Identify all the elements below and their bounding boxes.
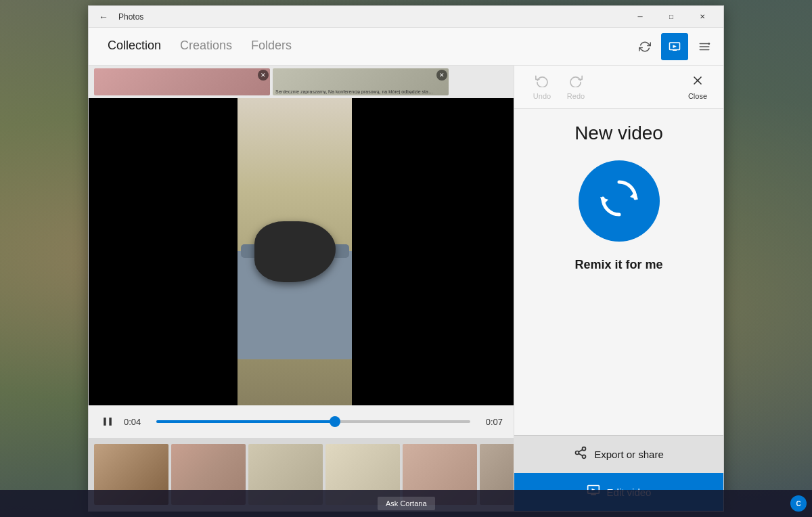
progress-bar[interactable] (156, 420, 470, 423)
remix-label: Remix it for me (574, 258, 662, 272)
title-bar-left: ← Photos (94, 7, 625, 26)
top-thumb-2[interactable]: ✕ Serdecznie zapraszamy, Na konferencję … (273, 68, 449, 95)
nav-tabs: Collection Creations Folders (99, 28, 631, 65)
svg-line-16 (579, 453, 583, 455)
cortana-label: Ask Cortana (386, 499, 427, 508)
cortana-icon[interactable]: C (790, 495, 807, 512)
video-black-right (352, 98, 514, 405)
export-icon (574, 446, 587, 463)
right-toolbar: Undo Redo (514, 66, 723, 109)
video-player[interactable] (89, 98, 514, 405)
taskbar: Ask Cortana C (0, 490, 812, 517)
app-window: ← Photos ─ □ ✕ Collection Creations Fold… (88, 5, 724, 512)
nav-icons (631, 33, 718, 60)
top-thumb-1[interactable]: ✕ (94, 68, 270, 95)
progress-fill (156, 420, 335, 423)
export-share-button[interactable]: Export or share (514, 435, 723, 473)
title-bar-controls: ─ □ ✕ (625, 6, 718, 28)
progress-thumb[interactable] (330, 416, 340, 427)
ask-cortana-button[interactable]: Ask Cortana (378, 497, 435, 510)
nav-bar: Collection Creations Folders (89, 28, 723, 66)
remix-button[interactable] (579, 160, 660, 242)
tab-collection[interactable]: Collection (99, 28, 169, 65)
main-content: ✕ ✕ Serdecznie zapraszamy, Na konferencj… (89, 66, 723, 511)
new-video-title: New video (574, 122, 663, 144)
svg-rect-8 (109, 418, 112, 426)
svg-marker-1 (673, 45, 677, 47)
thumb-close-1[interactable]: ✕ (258, 70, 269, 81)
back-button[interactable]: ← (94, 7, 113, 26)
bag-shape (238, 251, 353, 359)
slideshow-icon-button[interactable] (661, 33, 688, 60)
pause-button[interactable] (99, 413, 116, 430)
left-panel: ✕ ✕ Serdecznie zapraszamy, Na konferencj… (89, 66, 514, 511)
right-panel: Undo Redo (514, 66, 723, 511)
playback-controls: 0:04 0:07 (89, 405, 514, 438)
svg-point-6 (708, 43, 710, 45)
close-editor-button[interactable]: Close (683, 71, 713, 103)
total-time: 0:07 (478, 417, 503, 427)
minimize-button[interactable]: ─ (625, 6, 656, 28)
tab-folders[interactable]: Folders (243, 28, 300, 65)
close-window-button[interactable]: ✕ (687, 6, 718, 28)
video-black-left (89, 98, 238, 405)
thumbnail-strip-top: ✕ ✕ Serdecznie zapraszamy, Na konferencj… (89, 66, 514, 98)
thumb-text-2: Serdecznie zapraszamy, Na konferencję pr… (275, 89, 434, 94)
thumb-close-2[interactable]: ✕ (436, 70, 447, 81)
current-time: 0:04 (124, 417, 148, 427)
redo-icon (569, 74, 583, 91)
close-icon (691, 74, 704, 91)
app-title: Photos (118, 12, 143, 22)
title-bar: ← Photos ─ □ ✕ (89, 6, 723, 28)
export-label: Export or share (594, 449, 664, 460)
redo-button[interactable]: Redo (559, 71, 593, 103)
close-label: Close (688, 92, 707, 100)
video-center-frame (238, 98, 353, 405)
svg-rect-7 (104, 418, 106, 426)
undo-icon (535, 74, 549, 91)
sync-icon-button[interactable] (631, 33, 658, 60)
tab-creations[interactable]: Creations (172, 28, 240, 65)
remix-icon (597, 177, 641, 226)
right-content: New video Remix it for me (514, 109, 723, 435)
redo-label: Redo (567, 92, 585, 100)
undo-button[interactable]: Undo (525, 71, 559, 103)
maximize-button[interactable]: □ (656, 6, 687, 28)
undo-label: Undo (533, 92, 551, 100)
svg-line-17 (579, 449, 583, 451)
menu-icon-button[interactable] (691, 33, 718, 60)
